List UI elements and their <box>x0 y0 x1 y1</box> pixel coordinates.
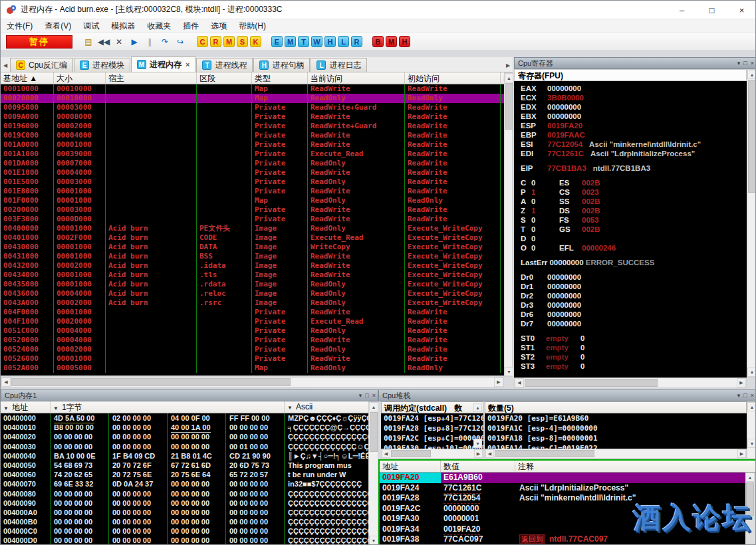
memory-row[interactable]: 0052400000002000PrivateReadOnlyReadWrite <box>1 345 504 354</box>
memdump-vscrollbar[interactable]: ▲ ▼ <box>368 401 378 545</box>
panel-pin-icon[interactable]: □ <box>743 392 747 399</box>
dump-row[interactable]: 0040008000 00 00 0000 00 00 0000 00 00 0… <box>1 489 368 498</box>
scroll-right-icon[interactable]: ▶ <box>737 378 746 387</box>
memory-row[interactable]: 003F30000000D000PrivateReadWriteReadWrit… <box>1 215 504 224</box>
panel-pin-icon[interactable]: □ <box>743 60 747 66</box>
register-line[interactable]: Dr700000000 <box>521 319 747 328</box>
memory-row[interactable]: 0043600000004000Acid burn.relocImageRead… <box>1 289 504 298</box>
scroll-down-icon[interactable]: ▼ <box>747 439 756 448</box>
letter-button-E[interactable]: E <box>271 36 283 47</box>
scroll-down-icon[interactable]: ▼ <box>505 367 513 376</box>
pause-icon[interactable]: ∥ <box>143 36 156 48</box>
letter-button-W[interactable]: W <box>311 36 322 47</box>
rewind-icon[interactable]: ◀◀ <box>97 36 110 48</box>
dump-row[interactable]: 004000C000 00 00 0000 00 00 0000 00 00 0… <box>1 526 368 536</box>
memory-row[interactable]: 0043A00000002000Acid burn.rsrcImageReadO… <box>1 298 504 308</box>
register-line[interactable]: Dr200000000 <box>521 291 747 300</box>
dump-row[interactable]: 0040009000 00 00 0000 00 00 0000 00 00 0… <box>1 498 368 508</box>
register-line[interactable]: Dr000000000 <box>521 272 747 282</box>
memory-row[interactable]: 0052600000001000PrivateReadWriteReadWrit… <box>1 354 504 364</box>
callconv-hscrollbar[interactable]: ◀ ▶ <box>381 449 483 459</box>
scroll-up-icon[interactable]: ▲ <box>747 70 756 79</box>
memory-table-vscrollbar[interactable]: ▲ ▼ <box>504 72 513 377</box>
register-line[interactable]: Dr600000000 <box>521 310 747 319</box>
argcount-row[interactable]: 0019FA18 [esp-8]=00000001 <box>485 433 747 443</box>
column-header[interactable]: 大小 <box>54 72 106 84</box>
memory-row[interactable]: 0043000000001000Acid burnDATAImageWriteC… <box>1 243 504 252</box>
memory-row[interactable]: 0020000000003000PrivateReadWriteReadWrit… <box>1 205 504 215</box>
register-line[interactable]: EBP0019FAAC <box>521 130 747 140</box>
letter-button-R[interactable]: R <box>210 36 221 47</box>
memory-row[interactable]: 004010000002F000Acid burnCODEImageExecut… <box>1 233 504 243</box>
stop-icon[interactable]: ✕ <box>112 36 126 48</box>
letter-button-M[interactable]: M <box>386 36 397 47</box>
scroll-thumb[interactable] <box>370 412 378 452</box>
scroll-left-icon[interactable]: ◀ <box>1 378 11 387</box>
flag-line[interactable]: T0GS002B <box>521 225 747 234</box>
letter-button-T[interactable]: T <box>298 36 309 47</box>
memory-row[interactable]: 0019C00000004000PrivateReadWriteReadWrit… <box>1 131 504 140</box>
st-register-line[interactable]: ST2empty0 <box>521 352 747 362</box>
letter-button-H[interactable]: H <box>324 36 336 47</box>
register-line[interactable]: Dr100000000 <box>521 282 747 291</box>
register-line[interactable]: EDI77C1261CAscii "LdrpInitializeProcess" <box>521 149 747 158</box>
menu-item[interactable]: 收藏夹 <box>141 21 177 32</box>
memory-row[interactable]: 0001000000010000MapReadWriteReadWrite <box>1 84 504 94</box>
memory-row[interactable]: 001A100000039000PrivateExecute_ReadReadW… <box>1 150 504 159</box>
register-line[interactable]: ESP0019FA20 <box>521 121 747 130</box>
flag-line[interactable]: C0ES002B <box>521 178 747 187</box>
argcount-row[interactable]: 0019FA20 [esp]=E61A9B60 <box>485 413 747 423</box>
panel-close-icon[interactable]: × <box>372 392 376 399</box>
column-header[interactable]: ▼地址 <box>1 401 51 413</box>
column-header[interactable]: 基地址 ▲ <box>1 72 54 84</box>
memory-row[interactable]: 0043400000001000Acid burn.tlsImageReadWr… <box>1 271 504 280</box>
memory-row[interactable]: 0051C00000004000PrivateReadOnlyReadWrite <box>1 326 504 336</box>
scroll-right-icon[interactable]: ▶ <box>737 449 746 458</box>
stack-vscrollbar[interactable]: ▲ <box>745 473 755 545</box>
register-hscrollbar[interactable]: ◀ ▶ <box>514 378 747 388</box>
column-header[interactable]: ▼1字节 <box>51 401 285 413</box>
stack-row[interactable]: 0019FA2877C12054Ascii "minkernel\ntdll\l… <box>380 493 755 504</box>
scroll-up-icon[interactable]: ▲ <box>747 402 756 411</box>
register-vscrollbar[interactable]: ▲ ▼ <box>747 69 756 378</box>
scroll-right-icon[interactable]: ▶ <box>474 449 483 458</box>
memory-row[interactable]: 0002000000010000MapReadOnlyReadOnly <box>1 94 504 103</box>
argcount-vscrollbar[interactable]: ▲ ▼ <box>747 401 756 459</box>
step-into-icon[interactable]: ↷ <box>158 36 172 48</box>
memory-row[interactable]: 001E500000003000PrivateReadOnlyReadWrite <box>1 177 504 187</box>
stack-row[interactable]: 0019FA3877CAC097返回到ntdll.77CAC097 <box>380 534 755 545</box>
menu-item[interactable]: 文件(F) <box>1 21 39 32</box>
column-header[interactable]: 初始访问 <box>405 72 501 84</box>
callconv-row[interactable]: 0019FA30 [esp+10]=00000001 <box>381 443 483 449</box>
panel-menu-icon[interactable]: ▾ <box>737 60 741 66</box>
tab-Cpu反汇编[interactable]: CCpu反汇编 <box>10 58 73 72</box>
menu-item[interactable]: 插件 <box>177 21 205 32</box>
log-icon[interactable]: ▤ <box>82 36 95 48</box>
argcount-hscrollbar[interactable]: ◀ ▶ <box>485 449 747 459</box>
lasterr-line[interactable]: LastErr 00000000 ERROR_SUCCESS <box>521 258 747 267</box>
memory-row[interactable]: 004F000000001000PrivateReadWriteReadWrit… <box>1 308 504 317</box>
scroll-thumb[interactable] <box>746 483 754 516</box>
scroll-thumb[interactable] <box>11 378 291 386</box>
scroll-down-icon[interactable]: ▼ <box>473 439 482 448</box>
scroll-thumb[interactable] <box>495 450 594 457</box>
letter-button-K[interactable]: K <box>250 36 261 47</box>
column-header[interactable]: 宿主 <box>106 72 197 84</box>
scroll-thumb[interactable] <box>391 450 431 457</box>
pause-button[interactable]: 暂停 <box>6 35 72 49</box>
memory-row[interactable]: 001DA00000007000PrivateReadOnlyReadWrite <box>1 159 504 168</box>
tab-进程线程[interactable]: T进程线程 <box>196 58 253 72</box>
register-line[interactable]: EBX00000000 <box>521 112 747 121</box>
memory-row[interactable]: 004F100000020000PrivateExecute_ReadReadW… <box>1 317 504 326</box>
panel-pin-icon[interactable]: □ <box>365 392 368 399</box>
stack-row[interactable]: 0019FA340019FA20 <box>380 524 755 535</box>
close-button[interactable]: × <box>727 1 756 19</box>
memory-row[interactable]: 001E800000001000PrivateReadWriteReadWrit… <box>1 187 504 196</box>
letter-button-L[interactable]: L <box>338 36 349 47</box>
tab-进程日志[interactable]: L进程日志 <box>311 58 367 72</box>
maximize-button[interactable]: □ <box>697 1 727 19</box>
panel-menu-icon[interactable]: ▾ <box>359 392 362 399</box>
panel-close-icon[interactable]: × <box>751 392 754 399</box>
menu-item[interactable]: 帮助(H) <box>233 21 272 32</box>
column-header[interactable]: ▼Ascii <box>285 401 368 413</box>
